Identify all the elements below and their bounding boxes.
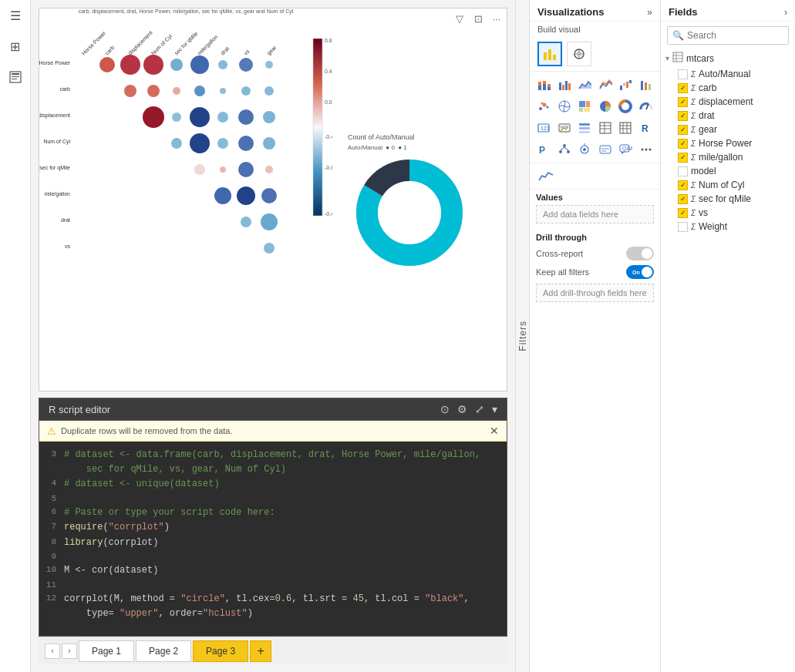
keep-filters-toggle[interactable]: On (626, 265, 654, 279)
page-tab-3[interactable]: Page 3 (193, 640, 248, 662)
stacked-bar-icon[interactable] (534, 75, 554, 95)
svg-point-61 (237, 186, 255, 205)
field-checkbox-weight[interactable] (678, 222, 688, 232)
fields-expand-icon[interactable]: › (784, 7, 787, 18)
field-checkbox-automanual[interactable] (678, 69, 688, 79)
svg-line-127 (561, 147, 564, 150)
svg-point-63 (241, 217, 251, 227)
focus-icon[interactable]: ⊡ (471, 12, 485, 25)
waterfall-icon[interactable] (616, 75, 635, 95)
field-item-numcyl[interactable]: ✓ Σ Num of Cyl (664, 178, 792, 192)
pie-chart-icon[interactable] (596, 96, 615, 116)
area-chart-icon[interactable] (575, 75, 595, 95)
r-editor-code[interactable]: 3 # dataset <- data.frame(carb, displace… (39, 442, 507, 636)
values-label: Values (536, 193, 654, 202)
field-checkbox-horsepower[interactable]: ✓ (678, 139, 688, 149)
search-input[interactable] (687, 30, 795, 41)
ribbon-icon[interactable] (637, 75, 656, 95)
field-item-drat[interactable]: ✓ Σ drat (664, 109, 792, 123)
svg-point-49 (238, 109, 254, 125)
corrplot-main: carb, displacement, drat, Horse Power, m… (39, 8, 332, 391)
svg-point-31 (120, 55, 140, 75)
field-checkbox-secqmile[interactable]: ✓ (678, 194, 688, 204)
field-item-horsepower[interactable]: ✓ Σ Horse Power (664, 136, 792, 150)
field-item-secqmile[interactable]: ✓ Σ sec for qMile (664, 192, 792, 206)
clustered-bar-icon[interactable] (555, 75, 574, 95)
run-icon[interactable]: ⊙ (440, 403, 450, 415)
field-checkbox-model[interactable] (678, 166, 688, 176)
add-data-fields-box[interactable]: Add data fields here (536, 205, 654, 223)
svg-text:R: R (642, 123, 648, 134)
more-visuals-icon[interactable] (637, 139, 656, 160)
svg-rect-87 (626, 82, 628, 88)
more-options-icon[interactable]: ··· (490, 12, 504, 25)
slicer-icon[interactable] (575, 118, 595, 138)
close-warning-icon[interactable]: ✕ (490, 425, 499, 437)
svg-text:0.4: 0.4 (325, 69, 332, 74)
map-icon[interactable] (555, 96, 574, 116)
page-tab-1[interactable]: Page 1 (79, 640, 134, 662)
filter-icon[interactable]: ▽ (453, 12, 467, 25)
treemap-icon[interactable] (575, 96, 595, 116)
qa-icon[interactable]: Q&A (616, 139, 635, 160)
viz-panel-expand-icon[interactable]: » (647, 7, 652, 18)
filters-sidebar[interactable]: Filters (515, 0, 529, 672)
analytics-icon[interactable] (537, 166, 554, 183)
field-checkbox-vs[interactable]: ✓ (678, 208, 688, 218)
viz-panel-title: Visualizations (537, 6, 604, 18)
svg-point-46 (172, 113, 181, 122)
field-item-weight[interactable]: Σ Weight (664, 220, 792, 234)
add-drill-fields-box[interactable]: Add drill-through fields here (536, 284, 654, 302)
card-icon[interactable]: 123 (534, 118, 554, 138)
page-nav-prev[interactable]: ‹ (45, 643, 60, 659)
field-sigma-milegalllon: Σ (691, 153, 696, 162)
table-icon[interactable] (596, 118, 615, 138)
svg-rect-76 (543, 84, 546, 90)
field-checkbox-carb[interactable]: ✓ (678, 83, 688, 93)
field-item-model[interactable]: model (664, 164, 792, 178)
cross-report-toggle[interactable]: Off (626, 247, 654, 260)
page-nav-next[interactable]: › (62, 643, 77, 659)
field-item-displacement[interactable]: ✓ Σ displacement (664, 95, 792, 109)
gauge-icon[interactable] (637, 96, 656, 116)
field-checkbox-displacement[interactable]: ✓ (678, 97, 688, 107)
matrix-icon[interactable] (616, 118, 635, 138)
viz-bar-chart-icon[interactable] (537, 42, 562, 66)
smart-narrative-icon[interactable] (596, 139, 615, 160)
code-line-4: 4 # dataset <- unique(dataset) (42, 477, 504, 492)
svg-rect-71 (548, 49, 551, 60)
field-checkbox-milegalllon[interactable]: ✓ (678, 153, 688, 163)
python-visual-icon[interactable]: P (534, 139, 554, 160)
field-checkbox-numcyl[interactable]: ✓ (678, 180, 688, 190)
r-visual-icon[interactable]: R (637, 118, 656, 138)
kpi-icon[interactable]: KPI (555, 118, 574, 138)
field-group-header-mtcars[interactable]: ▾ mtcars (664, 49, 792, 67)
field-item-gear[interactable]: ✓ Σ gear (664, 123, 792, 136)
field-item-milegalllon[interactable]: ✓ Σ mile/gallon (664, 150, 792, 164)
viz-format-icon[interactable] (567, 42, 591, 66)
collapse-icon[interactable]: ▾ (492, 403, 497, 415)
svg-point-32 (143, 55, 163, 75)
page-tab-2[interactable]: Page 2 (136, 640, 191, 662)
svg-text:0.8: 0.8 (325, 38, 332, 43)
field-item-carb[interactable]: ✓ Σ carb (664, 81, 792, 95)
key-influencers-icon[interactable] (575, 139, 595, 160)
pages-icon[interactable] (6, 68, 25, 86)
svg-point-62 (261, 188, 277, 203)
line-chart-icon[interactable] (596, 75, 615, 95)
field-checkbox-drat[interactable]: ✓ (678, 111, 688, 121)
page-tab-add[interactable]: + (250, 640, 271, 662)
scatter-chart-icon[interactable] (534, 96, 554, 116)
hamburger-icon[interactable]: ☰ (6, 6, 25, 25)
donut-chart-icon[interactable] (616, 96, 635, 116)
field-item-vs[interactable]: ✓ Σ vs (664, 206, 792, 220)
expand-icon[interactable]: ⤢ (475, 403, 484, 415)
field-item-automanual[interactable]: Σ Auto/Manual (664, 67, 792, 81)
settings-icon[interactable]: ⚙ (457, 403, 467, 415)
decomp-icon[interactable] (555, 139, 574, 160)
svg-rect-100 (584, 108, 590, 112)
fields-search-box[interactable]: 🔍 (667, 26, 789, 45)
field-checkbox-gear[interactable]: ✓ (678, 125, 688, 135)
grid-icon[interactable]: ⊞ (6, 37, 25, 55)
svg-point-51 (171, 138, 182, 149)
